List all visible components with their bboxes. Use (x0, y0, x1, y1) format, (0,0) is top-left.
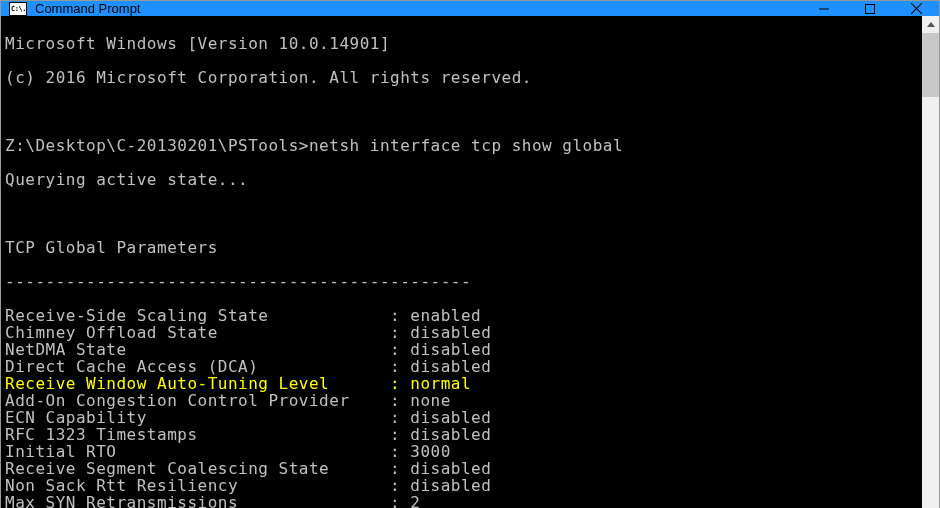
scroll-up-button[interactable] (922, 16, 939, 33)
param-row: Initial RTO : 3000 (5, 443, 922, 460)
param-row: Receive Segment Coalescing State : disab… (5, 460, 922, 477)
divider-line: ----------------------------------------… (5, 273, 922, 290)
svg-rect-1 (866, 4, 875, 13)
client-area: Microsoft Windows [Version 10.0.14901] (… (1, 16, 939, 508)
app-icon: C:\. (9, 2, 27, 16)
param-row: Add-On Congestion Control Provider : non… (5, 392, 922, 409)
status-line: Querying active state... (5, 171, 922, 188)
svg-marker-4 (927, 22, 935, 27)
close-button[interactable] (893, 1, 939, 16)
prompt-path: Z:\Desktop\C-20130201\PSTools> (5, 136, 309, 155)
param-separator: : (390, 493, 410, 508)
param-row: RFC 1323 Timestamps : disabled (5, 426, 922, 443)
param-row: Direct Cache Access (DCA) : disabled (5, 358, 922, 375)
scroll-thumb[interactable] (922, 33, 939, 97)
section-header: TCP Global Parameters (5, 239, 922, 256)
param-row: Non Sack Rtt Resiliency : disabled (5, 477, 922, 494)
window-title: Command Prompt (35, 1, 801, 16)
maximize-button[interactable] (847, 1, 893, 16)
vertical-scrollbar[interactable] (922, 16, 939, 508)
prompt-line: Z:\Desktop\C-20130201\PSTools>netsh inte… (5, 137, 922, 154)
param-row: ECN Capability : disabled (5, 409, 922, 426)
banner-line: Microsoft Windows [Version 10.0.14901] (5, 35, 922, 52)
minimize-button[interactable] (801, 1, 847, 16)
param-value: 2 (410, 493, 420, 508)
param-label: Max SYN Retransmissions (5, 493, 390, 508)
titlebar[interactable]: C:\. Command Prompt (1, 1, 939, 16)
banner-line: (c) 2016 Microsoft Corporation. All righ… (5, 69, 922, 86)
param-row: Max SYN Retransmissions : 2 (5, 494, 922, 508)
window-frame: C:\. Command Prompt Microsoft Windows [V… (0, 0, 940, 508)
blank-line (5, 103, 922, 120)
param-row: Receive-Side Scaling State : enabled (5, 307, 922, 324)
param-row: NetDMA State : disabled (5, 341, 922, 358)
param-row: Receive Window Auto-Tuning Level : norma… (5, 375, 922, 392)
param-row: Chimney Offload State : disabled (5, 324, 922, 341)
blank-line (5, 205, 922, 222)
console-output[interactable]: Microsoft Windows [Version 10.0.14901] (… (1, 16, 922, 508)
window-controls (801, 1, 939, 16)
command-text: netsh interface tcp show global (309, 136, 623, 155)
param-value: disabled (410, 476, 491, 495)
